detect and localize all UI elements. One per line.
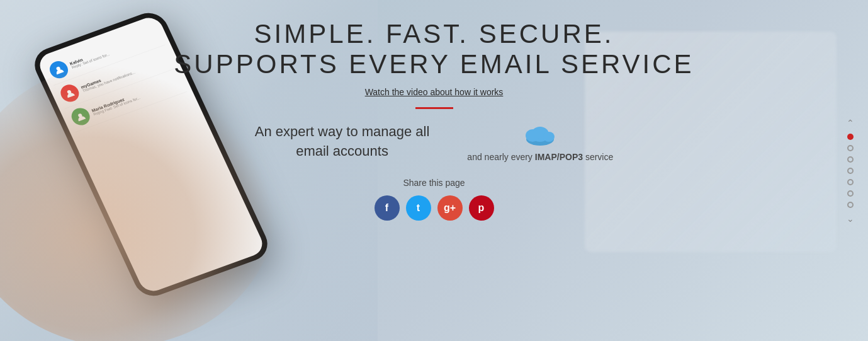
pinterest-icon: p: [478, 202, 485, 214]
pinterest-share-button[interactable]: p: [469, 195, 494, 221]
cloud-icon: [521, 122, 559, 147]
features-row: An expert way to manage all email accoun…: [214, 122, 655, 162]
headline-line1: SIMPLE. FAST. SECURE.: [174, 19, 694, 49]
share-section: Share this page f t g+ p: [375, 178, 494, 221]
nav-down-arrow[interactable]: ⌄: [845, 213, 855, 224]
social-buttons: f t g+ p: [375, 195, 494, 221]
watch-video-link[interactable]: Watch the video about how it works: [365, 87, 504, 97]
googleplus-icon: g+: [444, 202, 456, 214]
facebook-share-button[interactable]: f: [375, 195, 400, 221]
twitter-share-button[interactable]: t: [406, 195, 431, 221]
nav-dot-3[interactable]: [847, 156, 854, 163]
nav-dot-2[interactable]: [847, 145, 854, 151]
nav-dot-5[interactable]: [847, 179, 854, 185]
svg-point-8: [543, 132, 555, 142]
svg-point-7: [526, 129, 539, 142]
imap-text: and nearly every IMAP/POP3 service: [467, 152, 613, 162]
headline-line2: SUPPORTS EVERY EMAIL SERVICE: [174, 49, 694, 79]
nav-dot-6[interactable]: [847, 190, 854, 197]
googleplus-share-button[interactable]: g+: [437, 195, 463, 221]
nav-dot-4[interactable]: [847, 168, 854, 174]
red-accent-divider: [415, 107, 453, 109]
share-label: Share this page: [403, 178, 465, 188]
feature-right: and nearly every IMAP/POP3 service: [467, 122, 613, 162]
nav-dot-7[interactable]: [847, 202, 854, 208]
headline: SIMPLE. FAST. SECURE. SUPPORTS EVERY EMA…: [174, 19, 694, 79]
nav-dot-1[interactable]: [847, 134, 854, 140]
nav-up-arrow[interactable]: ⌃: [845, 117, 855, 129]
twitter-icon: t: [417, 202, 420, 214]
feature-left-text: An expert way to manage all email accoun…: [255, 122, 430, 161]
facebook-icon: f: [385, 202, 388, 214]
nav-dots: ⌃ ⌄: [845, 117, 855, 224]
main-content: SIMPLE. FAST. SECURE. SUPPORTS EVERY EMA…: [0, 0, 868, 341]
